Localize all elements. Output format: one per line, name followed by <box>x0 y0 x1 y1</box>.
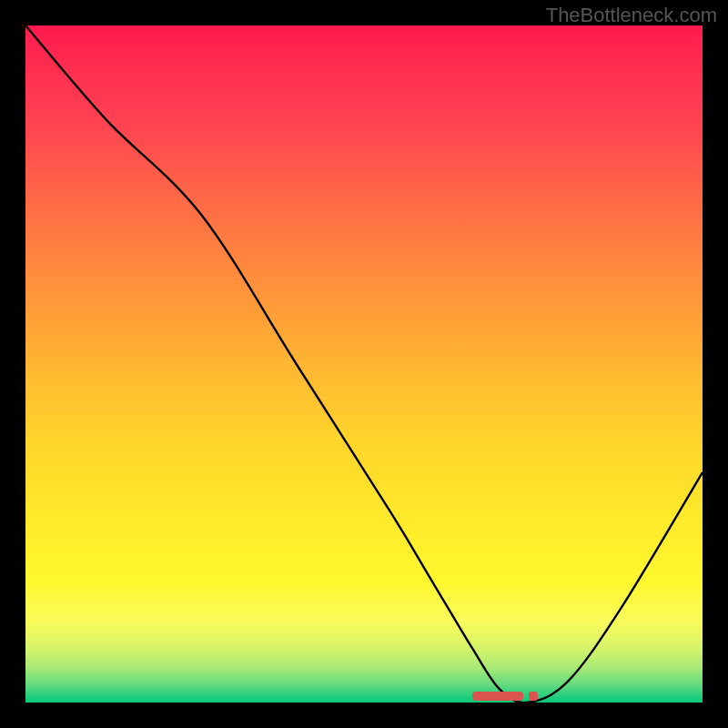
watermark-text: TheBottleneck.com <box>546 4 717 27</box>
curve-path <box>25 25 703 703</box>
bottleneck-curve <box>25 25 703 703</box>
optimal-range-marker <box>472 692 523 701</box>
chart-plot-area <box>25 25 703 703</box>
